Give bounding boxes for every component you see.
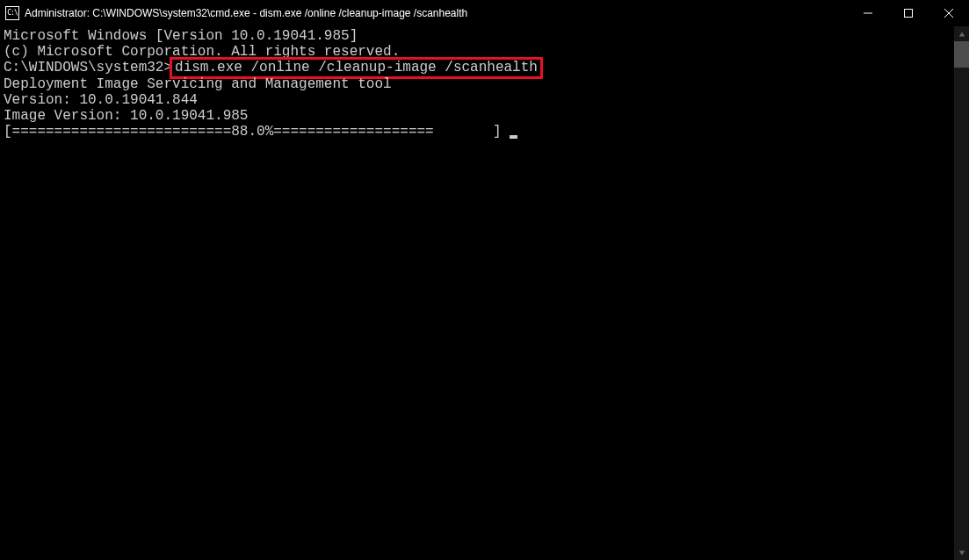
scroll-up-button[interactable] xyxy=(954,26,969,41)
output-line: Microsoft Windows [Version 10.0.19041.98… xyxy=(4,28,954,44)
scroll-thumb[interactable] xyxy=(954,41,969,68)
progress-line: [==========================88.0%========… xyxy=(4,124,954,140)
svg-marker-5 xyxy=(958,550,964,555)
cmd-icon: C:\ xyxy=(5,6,19,20)
cursor xyxy=(510,135,517,139)
output-line: Image Version: 10.0.19041.985 xyxy=(4,108,954,124)
minimize-icon xyxy=(864,9,872,18)
terminal-output[interactable]: Microsoft Windows [Version 10.0.19041.98… xyxy=(0,26,954,560)
vertical-scrollbar[interactable] xyxy=(954,26,969,560)
svg-rect-1 xyxy=(905,10,913,18)
close-button[interactable] xyxy=(929,0,969,26)
prompt-text: C:\WINDOWS\system32> xyxy=(4,60,172,75)
titlebar[interactable]: C:\ Administrator: C:\WINDOWS\system32\c… xyxy=(0,0,969,26)
terminal-area: Microsoft Windows [Version 10.0.19041.98… xyxy=(0,26,969,560)
window-title: Administrator: C:\WINDOWS\system32\cmd.e… xyxy=(25,7,848,19)
maximize-icon xyxy=(904,9,913,18)
progress-bar-text: [==========================88.0%========… xyxy=(4,124,510,140)
svg-marker-4 xyxy=(958,32,964,36)
close-icon xyxy=(944,9,953,18)
cmd-window: C:\ Administrator: C:\WINDOWS\system32\c… xyxy=(0,0,969,560)
scroll-track[interactable] xyxy=(954,41,969,545)
prompt-line: C:\WINDOWS\system32>dism.exe /online /cl… xyxy=(4,60,543,75)
scroll-down-button[interactable] xyxy=(954,545,969,560)
maximize-button[interactable] xyxy=(888,0,929,26)
minimize-button[interactable] xyxy=(848,0,888,26)
output-line: Version: 10.0.19041.844 xyxy=(4,92,954,108)
window-controls xyxy=(848,0,969,26)
chevron-up-icon xyxy=(958,31,965,38)
chevron-down-icon xyxy=(958,549,965,556)
